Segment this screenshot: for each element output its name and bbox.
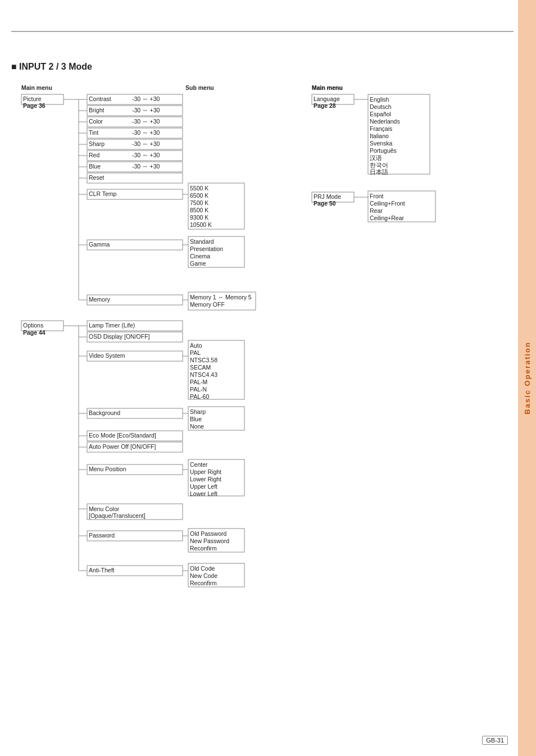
memory-1to5: Memory 1 ↔ Memory 5 <box>190 294 252 300</box>
vs-pal: PAL <box>190 349 201 356</box>
picture-label: Picture <box>23 95 42 102</box>
menu-color-label: Menu Color <box>89 505 120 512</box>
lang-deutsch: Deutsch <box>370 103 392 110</box>
pw-reconfirm: Reconfirm <box>190 545 217 552</box>
header-sub-menu: Sub menu <box>185 84 214 91</box>
sharp-label: Sharp <box>89 140 105 147</box>
prj-ceiling-rear: Ceiling+Rear <box>370 215 404 221</box>
memory-off: Memory OFF <box>190 301 225 308</box>
clr-6500: 6500 K <box>190 192 208 199</box>
header-main-menu-left: Main menu <box>21 84 52 91</box>
lang-korean: 한국어 <box>370 162 388 168</box>
blue-label: Blue <box>89 163 101 170</box>
vs-auto: Auto <box>190 342 202 349</box>
lang-nederlands: Nederlands <box>370 118 400 125</box>
lang-espanol: Español <box>370 111 391 117</box>
password-label: Password <box>89 532 115 539</box>
top-border <box>11 31 514 32</box>
mp-center: Center <box>190 461 208 468</box>
bg-sharp: Sharp <box>190 408 206 415</box>
bright-label: Bright <box>89 107 105 113</box>
clr-7500: 7500 K <box>190 199 208 206</box>
lamp-timer-label: Lamp Timer (Life) <box>89 322 135 329</box>
tint-range: -30 ↔ +30 <box>132 129 160 136</box>
at-new: New Code <box>190 572 217 579</box>
mp-lower-right: Lower Right <box>190 476 221 482</box>
menu-position-label: Menu Position <box>89 466 126 472</box>
bg-blue: Blue <box>190 416 202 422</box>
vs-pal60: PAL-60 <box>190 393 209 400</box>
color-label: Color <box>89 118 103 125</box>
options-page: Page 44 <box>23 329 46 336</box>
header-main-right: Main menu <box>312 84 343 91</box>
lang-svenska: Svenska <box>370 140 392 147</box>
menu-diagram: Main menu Sub menu Main menu Picture Pag… <box>11 82 506 599</box>
prj-mode-page: Page 50 <box>314 200 336 207</box>
language-label: Language <box>314 95 340 102</box>
anti-theft-label: Anti-Theft <box>89 567 115 573</box>
gamma-game: Game <box>190 260 206 267</box>
osd-display-label: OSD Display [ON/OFF] <box>89 333 150 340</box>
bright-range: -30 ↔ +30 <box>132 107 160 113</box>
red-range: -30 ↔ +30 <box>132 152 160 158</box>
prj-front: Front <box>370 193 384 199</box>
vs-palm: PAL-M <box>190 379 207 385</box>
vs-paln: PAL-N <box>190 386 207 393</box>
mp-upper-right: Upper Right <box>190 468 221 475</box>
clr-temp-label: CLR Temp <box>89 190 117 197</box>
prj-mode-label: PRJ Mode <box>314 193 341 200</box>
at-reconfirm: Reconfirm <box>190 580 217 586</box>
clr-9300: 9300 K <box>190 214 208 221</box>
page-title: INPUT 2 / 3 Mode <box>11 62 511 72</box>
mp-upper-left: Upper Left <box>190 483 217 490</box>
eco-mode-label: Eco Mode [Eco/Standard] <box>89 432 156 439</box>
gamma-presentation: Presentation <box>190 245 223 252</box>
lang-chinese: 汉语 <box>370 154 382 161</box>
video-system-label: Video System <box>89 352 125 359</box>
vs-ntsc358: NTSC3.58 <box>190 357 217 363</box>
background-label: Background <box>89 409 120 416</box>
clr-10500: 10500 K <box>190 221 212 228</box>
lang-japanese: 日本語 <box>370 168 388 175</box>
vs-ntsc443: NTSC4.43 <box>190 371 217 378</box>
side-tab-label: Basic Operation <box>523 341 532 415</box>
red-label: Red <box>89 152 99 158</box>
prj-ceiling-front: Ceiling+Front <box>370 200 405 207</box>
content-area: INPUT 2 / 3 Mode Main menu Sub menu Main… <box>11 39 511 600</box>
mp-lower-left: Lower Left <box>190 490 217 497</box>
blue-range: -30 ↔ +30 <box>132 163 160 170</box>
contrast-range: -30 ↔ +30 <box>132 95 160 102</box>
lang-english: English <box>370 96 389 103</box>
lang-italiano: Italiano <box>370 133 389 139</box>
tint-label: Tint <box>89 129 98 136</box>
clr-8500: 8500 K <box>190 207 208 213</box>
prj-rear: Rear <box>370 207 383 214</box>
language-page: Page 28 <box>314 102 336 109</box>
pw-new: New Password <box>190 538 229 544</box>
gamma-standard: Standard <box>190 238 214 245</box>
contrast-label: Contrast <box>89 95 111 102</box>
at-old: Old Code <box>190 565 215 572</box>
clr-5500: 5500 K <box>190 185 208 192</box>
pw-old: Old Password <box>190 530 227 537</box>
auto-power-off-label: Auto Power Off [ON/OFF] <box>89 443 156 450</box>
reset-label: Reset <box>89 174 105 181</box>
side-tab: Basic Operation <box>518 0 536 756</box>
page-number: GB-31 <box>482 736 508 745</box>
vs-secam: SECAM <box>190 364 211 371</box>
picture-page: Page 36 <box>23 102 46 109</box>
bg-none: None <box>190 423 204 430</box>
lang-francais: Français <box>370 125 392 132</box>
options-label: Options <box>23 322 43 329</box>
sharp-range: -30 ↔ +30 <box>132 140 160 147</box>
gamma-label: Gamma <box>89 241 110 248</box>
memory-label: Memory <box>89 296 111 303</box>
lang-portugues: Português <box>370 147 397 154</box>
color-range: -30 ↔ +30 <box>132 118 160 125</box>
gamma-cinema: Cinema <box>190 253 210 259</box>
menu-color-sub: [Opaque/Translucent] <box>89 512 146 519</box>
